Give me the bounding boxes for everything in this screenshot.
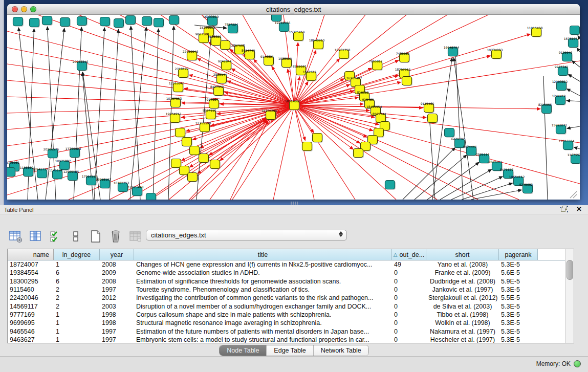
column-header-pagerank[interactable]: pagerank xyxy=(499,249,538,260)
graph-node[interactable]: 917004 xyxy=(207,98,220,110)
close-window-icon[interactable] xyxy=(12,6,18,12)
table-row[interactable]: 1872400712008Changes of HCN gene express… xyxy=(8,260,565,269)
graph-node[interactable] xyxy=(100,17,111,27)
close-panel-icon[interactable]: ✕ xyxy=(576,206,582,212)
table-row[interactable]: 1830029562008Estimation of significance … xyxy=(8,277,565,286)
graph-node[interactable] xyxy=(77,17,88,27)
graph-node[interactable]: 20053346 xyxy=(73,60,89,72)
graph-node[interactable] xyxy=(385,181,396,190)
graph-node[interactable]: 8427552 xyxy=(210,85,224,97)
graph-node[interactable]: 12505185 xyxy=(63,170,79,182)
graph-node[interactable]: 12093822 xyxy=(552,80,568,92)
graph-node[interactable]: 16961758 xyxy=(335,48,351,60)
graph-node[interactable]: 7955812 xyxy=(369,59,383,71)
table-row[interactable]: 911546021997Tourette syndrome. Phenomeno… xyxy=(8,286,565,294)
graph-node[interactable]: 12353598 xyxy=(195,121,211,133)
graph-node[interactable]: 15692071 xyxy=(552,123,568,135)
graph-node[interactable] xyxy=(142,17,153,27)
scrollbar-thumb[interactable] xyxy=(567,260,573,280)
graph-node[interactable]: 1244419 xyxy=(552,94,566,106)
graph-node[interactable] xyxy=(570,26,580,36)
column-header-out_de[interactable]: △out_de... xyxy=(392,249,426,260)
table-row[interactable]: 2242004622012Investigating the contribut… xyxy=(8,294,565,302)
graph-node[interactable] xyxy=(146,193,157,200)
graph-node[interactable] xyxy=(445,128,455,138)
graph-node[interactable] xyxy=(210,160,221,170)
graph-node[interactable] xyxy=(302,142,313,152)
graph-node[interactable]: 15751074 xyxy=(564,37,580,49)
graph-node[interactable]: 16648794 xyxy=(444,46,460,57)
tab-node-table[interactable]: Node Table xyxy=(220,345,267,356)
graph-node[interactable] xyxy=(154,18,165,28)
graph-node[interactable]: 16782753 xyxy=(114,181,129,193)
table-selector-dropdown[interactable]: citations_edges.txt xyxy=(146,230,347,240)
graph-node[interactable]: 18300295 xyxy=(262,109,277,121)
graph-node[interactable]: 15325419 xyxy=(289,30,305,42)
table-vertical-scrollbar[interactable] xyxy=(565,249,574,343)
graph-node[interactable] xyxy=(7,168,16,178)
graph-node[interactable]: 8186328 xyxy=(208,35,222,47)
graph-node[interactable]: 2718120 xyxy=(175,67,189,79)
float-window-icon[interactable] xyxy=(560,206,568,212)
graph-node[interactable] xyxy=(13,17,24,27)
graph-node[interactable]: 2803144 xyxy=(213,73,227,84)
graph-node[interactable] xyxy=(169,16,180,26)
column-header-title[interactable]: title xyxy=(134,249,392,260)
graph-node[interactable] xyxy=(190,146,201,156)
memory-status-icon[interactable] xyxy=(574,360,581,367)
table-row[interactable]: 1938455462009Genome-wide association stu… xyxy=(8,269,565,277)
graph-node[interactable]: 19218506 xyxy=(275,21,291,33)
table-row[interactable]: 1456911722003Disruption of a novel membe… xyxy=(8,302,565,310)
graph-node[interactable] xyxy=(176,128,186,138)
network-window-titlebar[interactable]: citations_edges.txt xyxy=(7,4,580,15)
graph-node[interactable]: 18640910 xyxy=(309,38,325,50)
graph-node[interactable] xyxy=(354,149,364,159)
graph-node[interactable]: 10107553 xyxy=(166,97,182,108)
select-columns-icon[interactable] xyxy=(49,230,62,243)
table-row[interactable]: 977716911998Corpus callosum shape and si… xyxy=(8,311,565,319)
graph-node[interactable]: 9242844 xyxy=(218,59,232,71)
table-column-icon[interactable] xyxy=(29,230,42,243)
graph-node[interactable]: 1167553 xyxy=(568,153,580,165)
maximize-window-icon[interactable] xyxy=(30,6,36,12)
network-graph-canvas[interactable]: 1872400715226058982750881863282867608845… xyxy=(7,15,580,200)
rows-icon[interactable] xyxy=(69,230,82,243)
graph-node[interactable] xyxy=(182,138,193,147)
new-document-icon[interactable] xyxy=(89,230,102,243)
graph-node[interactable]: 2935114 xyxy=(476,152,490,164)
graph-node[interactable]: 17359928 xyxy=(66,147,81,159)
panel-splitter-handle[interactable] xyxy=(291,202,298,205)
import-table-icon[interactable] xyxy=(129,230,142,243)
graph-node[interactable] xyxy=(42,16,53,26)
graph-node[interactable]: 9474444 xyxy=(463,145,477,157)
table-row[interactable]: 969969511998Structural magnetic resonanc… xyxy=(8,319,565,327)
graph-node[interactable] xyxy=(126,16,137,26)
graph-node[interactable]: 9146821 xyxy=(260,55,274,67)
graph-node[interactable] xyxy=(60,18,71,28)
graph-node[interactable]: 17016504 xyxy=(559,139,575,151)
table-settings-icon[interactable] xyxy=(9,230,23,243)
column-header-in_degree[interactable]: in_degree xyxy=(54,249,100,260)
graph-node[interactable]: 8215955 xyxy=(538,103,552,115)
graph-node[interactable] xyxy=(30,18,40,28)
column-header-name[interactable]: name xyxy=(8,249,54,260)
minimize-window-icon[interactable] xyxy=(21,6,27,12)
column-header-short[interactable]: short xyxy=(426,249,499,260)
delete-table-icon[interactable] xyxy=(109,230,122,243)
graph-node[interactable]: 1588520 xyxy=(278,57,292,69)
graph-node[interactable] xyxy=(221,41,231,51)
graph-node[interactable] xyxy=(402,77,413,86)
graph-node[interactable] xyxy=(313,134,323,143)
graph-node[interactable]: 16033809 xyxy=(203,15,219,26)
graph-node[interactable] xyxy=(188,173,199,183)
column-header-year[interactable]: year xyxy=(100,249,134,260)
table-row[interactable]: 946554611997Estimation of the future num… xyxy=(8,327,565,335)
resize-grip-icon[interactable] xyxy=(570,191,577,198)
table-row[interactable]: 946362711997Embryonic stem cells: a mode… xyxy=(8,336,565,343)
graph-node[interactable] xyxy=(428,114,439,124)
tab-edge-table[interactable]: Edge Table xyxy=(267,345,313,356)
graph-node[interactable]: 9245052 xyxy=(519,183,533,194)
graph-node[interactable]: 1145194 xyxy=(49,168,63,180)
graph-node[interactable]: 20206576 xyxy=(43,147,59,159)
graph-node[interactable]: 12213343 xyxy=(169,81,185,93)
